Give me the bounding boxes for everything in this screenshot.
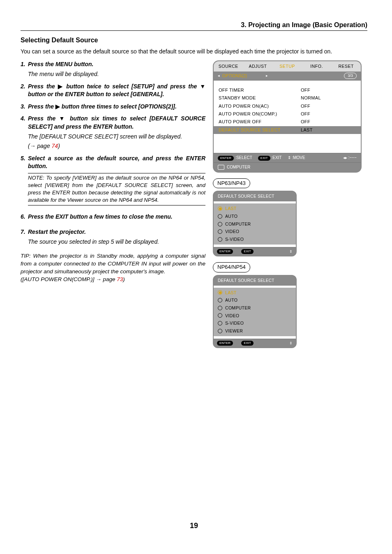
submenu-item-auto[interactable]: AUTO — [214, 212, 296, 220]
down-arrow-icon: ▼ — [200, 83, 205, 90]
note-box: NOTE: To specify [VIEWER] as the default… — [28, 173, 205, 205]
osd-source-bar: COMPUTER — [214, 162, 361, 172]
step-num: 2. — [21, 83, 28, 99]
submenu-title: DEFAULT SOURCE SELECT — [214, 276, 296, 286]
step-1: 1.Press the MENU button. The menu will b… — [21, 60, 205, 78]
breadcrumb: 3. Projecting an Image (Basic Operation) — [21, 21, 367, 31]
step-num: 5. — [21, 155, 28, 171]
updown-icon: ⇕ — [289, 249, 293, 254]
radio-icon — [218, 290, 222, 295]
submenu-default-source-np64: DEFAULT SOURCE SELECT LAST AUTO COMPUTER… — [213, 275, 297, 349]
model-label-np64: NP64/NP54 — [213, 262, 250, 272]
source-label: COMPUTER — [227, 164, 250, 170]
radio-icon — [218, 306, 222, 310]
osd-row-default-source[interactable]: DEFAULT SOURCE SELECTLAST — [214, 126, 361, 134]
page-link-73[interactable]: 73 — [117, 276, 123, 282]
submenu-item-svideo[interactable]: S-VIDEO — [214, 319, 296, 327]
radio-icon — [218, 321, 222, 325]
page-badge: 3/3 — [344, 73, 357, 79]
enter-icon: ENTER — [218, 156, 234, 161]
step-text: Press the ▶ button twice to select [SETU… — [28, 83, 205, 99]
submenu-item-viewer[interactable]: VIEWER — [214, 327, 296, 335]
down-arrow-icon: ▼ — [59, 115, 67, 122]
step-text: Press the EXIT button a few times to clo… — [28, 213, 205, 221]
osd-subtab: ◂OPTIONS(2)▸ 3/3 — [214, 72, 361, 81]
step-7: 7.Restart the projector. The source you … — [21, 228, 205, 246]
radio-icon — [218, 206, 222, 211]
osd-tabs: SOURCE ADJUST SETUP INFO. RESET — [214, 61, 361, 72]
submenu-item-computer[interactable]: COMPUTER — [214, 220, 296, 228]
step-num: 6. — [21, 213, 28, 221]
radio-icon — [218, 222, 222, 226]
exit-icon: EXIT — [241, 341, 254, 346]
osd-setup-menu: SOURCE ADJUST SETUP INFO. RESET ◂OPTIONS… — [213, 60, 362, 173]
osd-row-apon-comp[interactable]: AUTO POWER ON(COMP.)OFF — [214, 110, 361, 118]
updown-icon: ⇕ — [288, 155, 291, 160]
step-5: 5.Select a source as the default source,… — [21, 155, 205, 205]
step-4: 4.Press the ▼ button six times to select… — [21, 115, 205, 150]
radio-icon — [218, 229, 222, 234]
right-arrow-icon: ▶ — [58, 83, 64, 90]
model-label-np63: NP63/NP43 — [213, 178, 250, 188]
radio-icon — [218, 298, 222, 302]
exit-icon: EXIT — [241, 249, 254, 254]
osd-row-standby[interactable]: STANDBY MODENORMAL — [214, 94, 361, 102]
intro-text: You can set a source as the default sour… — [21, 48, 367, 56]
osd-row-offtimer[interactable]: OFF TIMEROFF — [214, 86, 361, 94]
step-list: 1.Press the MENU button. The menu will b… — [21, 60, 205, 246]
osd-row-apon-ac[interactable]: AUTO POWER ON(AC)OFF — [214, 102, 361, 110]
radio-icon — [218, 214, 222, 219]
submenu-item-auto[interactable]: AUTO — [214, 296, 296, 304]
osd-hint-bar: ENTER:SELECT EXIT:EXIT ⇕ :MOVE ◂▸ :−−− — [214, 153, 361, 162]
submenu-item-video[interactable]: VIDEO — [214, 228, 296, 235]
tab-info[interactable]: INFO. — [302, 61, 332, 72]
step-text: Press the MENU button. — [28, 60, 205, 69]
source-icon — [218, 165, 224, 170]
submenu-title: DEFAULT SOURCE SELECT — [214, 192, 296, 201]
right-arrow-icon: ▸ — [266, 73, 268, 78]
radio-icon — [218, 329, 222, 333]
lr-dashes: ◂▸ :−−− — [343, 155, 357, 161]
updown-icon: ⇕ — [289, 341, 293, 346]
step-2: 2.Press the ▶ button twice to select [SE… — [21, 83, 205, 99]
subtab-label: OPTIONS(2) — [222, 73, 247, 79]
tip-line: ([AUTO POWER ON(COMP.)] → page 73) — [21, 276, 205, 284]
submenu-default-source-np63: DEFAULT SOURCE SELECT LAST AUTO COMPUTER… — [213, 191, 297, 256]
tab-adjust[interactable]: ADJUST — [243, 61, 273, 72]
tab-reset[interactable]: RESET — [331, 61, 361, 72]
step-text: Select a source as the default source, a… — [28, 155, 205, 171]
step-sub: The menu will be displayed. — [28, 70, 205, 78]
step-num: 4. — [21, 115, 28, 131]
submenu-item-video[interactable]: VIDEO — [214, 312, 296, 320]
step-3: 3.Press the ▶ button three times to sele… — [21, 103, 205, 111]
step-num: 1. — [21, 60, 28, 69]
enter-icon: ENTER — [217, 341, 233, 346]
exit-icon: EXIT — [258, 156, 270, 161]
submenu-item-last[interactable]: LAST — [214, 289, 296, 297]
step-text: Press the ▼ button six times to select [… — [28, 115, 205, 131]
tab-source[interactable]: SOURCE — [214, 61, 243, 72]
step-sub: The [DEFAULT SOURCE SELECT] screen will … — [28, 133, 205, 141]
osd-body: OFF TIMEROFF STANDBY MODENORMAL AUTO POW… — [214, 82, 361, 153]
enter-icon: ENTER — [217, 249, 233, 254]
page-ref: (→ page 74) — [28, 142, 205, 150]
tip-block: TIP: When the projector is in Standby mo… — [21, 252, 205, 276]
osd-row-apoff[interactable]: AUTO POWER OFFOFF — [214, 118, 361, 126]
page-link-74[interactable]: 74 — [52, 143, 58, 149]
submenu-item-svideo[interactable]: S-VIDEO — [214, 235, 296, 243]
page-number: 19 — [21, 521, 367, 531]
submenu-hint: ENTER EXIT ⇕ — [214, 247, 296, 256]
step-num: 7. — [21, 228, 28, 236]
submenu-hint: ENTER EXIT ⇕ — [214, 339, 296, 348]
step-text: Restart the projector. — [28, 228, 205, 236]
step-text: Press the ▶ button three times to select… — [28, 103, 205, 111]
tab-setup[interactable]: SETUP — [272, 61, 302, 72]
submenu-item-computer[interactable]: COMPUTER — [214, 304, 296, 312]
section-heading: Selecting Default Source — [21, 36, 367, 45]
radio-icon — [218, 237, 222, 242]
right-arrow-icon: ▶ — [55, 103, 60, 110]
submenu-item-last[interactable]: LAST — [214, 205, 296, 212]
step-num: 3. — [21, 103, 28, 111]
left-arrow-icon: ◂ — [218, 73, 220, 78]
step-6: 6.Press the EXIT button a few times to c… — [21, 213, 205, 221]
